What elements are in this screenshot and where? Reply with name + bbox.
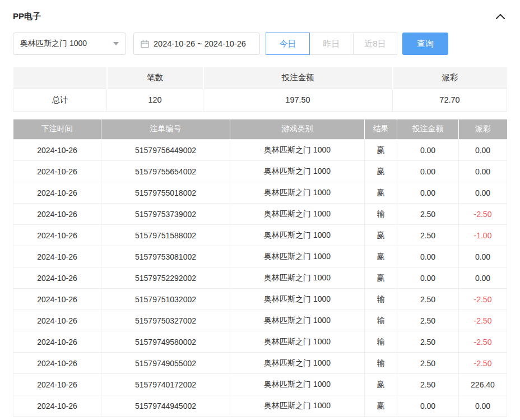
bet-time-cell: 2024-10-26 [13,353,101,374]
game-select[interactable]: 奥林匹斯之门 1000 [13,33,126,55]
table-row: 2024-10-2651579753739002奥林匹斯之门 1000输2.50… [13,204,507,225]
order-id-cell: 51579751588002 [101,225,230,246]
summary-header-row: 笔数 投注金额 派彩 [13,67,507,89]
order-id-cell: 51579744945002 [101,395,230,417]
result-cell: 赢 [365,182,397,204]
bet-amount-cell: 2.50 [397,331,459,353]
table-row: 2024-10-2651579752292002奥林匹斯之门 1000赢0.00… [13,267,507,289]
summary-header-empty [13,67,107,89]
filter-bar: 奥林匹斯之门 1000 2024-10-26 ~ 2024-10-26 今日 昨… [13,33,507,55]
column-header-bet-time: 下注时间 [13,119,101,140]
payout-cell: 0.00 [459,267,507,289]
game-category-cell: 奥林匹斯之门 1000 [230,310,365,331]
table-row: 2024-10-2651579749580002奥林匹斯之门 1000输2.50… [13,331,507,353]
summary-header-bet-amount: 投注金额 [203,67,393,89]
game-category-cell: 奥林匹斯之门 1000 [230,353,365,374]
today-button[interactable]: 今日 [266,33,310,55]
table-row: 2024-10-2651579755018002奥林匹斯之门 1000赢0.00… [13,182,507,204]
table-row: 2024-10-2651579753081002奥林匹斯之门 1000赢0.00… [13,246,507,267]
payout-cell: 0.00 [459,246,507,267]
game-category-cell: 奥林匹斯之门 1000 [230,374,365,395]
calendar-icon [141,40,149,48]
bet-time-cell: 2024-10-26 [13,182,101,204]
bet-amount-cell: 0.00 [397,140,459,161]
order-id-cell: 51579755018002 [101,182,230,204]
payout-cell: -2.50 [459,331,507,353]
chevron-down-icon [113,42,119,45]
column-header-order-id: 注单编号 [101,119,230,140]
order-id-cell: 51579750327002 [101,310,230,331]
pp-games-panel: PP电子 奥林匹斯之门 1000 2024-10-26 ~ 2024-10-26 [0,0,520,417]
result-cell: 赢 [365,246,397,267]
bet-amount-cell: 2.50 [397,289,459,310]
date-range-value: 2024-10-26 ~ 2024-10-26 [154,39,246,48]
order-id-cell: 51579753739002 [101,204,230,225]
payout-cell: 0.00 [459,161,507,182]
bet-time-cell: 2024-10-26 [13,310,101,331]
game-category-cell: 奥林匹斯之门 1000 [230,267,365,289]
payout-cell: -2.50 [459,204,507,225]
bet-amount-cell: 0.00 [397,182,459,204]
payout-cell: -2.50 [459,289,507,310]
result-cell: 赢 [365,395,397,417]
bet-time-cell: 2024-10-26 [13,374,101,395]
bet-amount-cell: 2.50 [397,374,459,395]
order-id-cell: 51579749055002 [101,353,230,374]
payout-cell: 0.00 [459,395,507,417]
game-category-cell: 奥林匹斯之门 1000 [230,204,365,225]
bet-time-cell: 2024-10-26 [13,161,101,182]
column-header-result: 结果 [365,119,397,140]
bet-time-cell: 2024-10-26 [13,331,101,353]
game-select-value: 奥林匹斯之门 1000 [20,39,87,49]
result-cell: 输 [365,204,397,225]
bet-time-cell: 2024-10-26 [13,140,101,161]
game-category-cell: 奥林匹斯之门 1000 [230,246,365,267]
bet-amount-cell: 0.00 [397,267,459,289]
query-button[interactable]: 查询 [402,33,448,55]
bet-amount-cell: 0.00 [397,246,459,267]
summary-header-count: 笔数 [107,67,203,89]
summary-header-payout: 派彩 [393,67,507,89]
game-category-cell: 奥林匹斯之门 1000 [230,331,365,353]
result-cell: 赢 [365,225,397,246]
summary-total-payout: 72.70 [393,89,507,111]
table-row: 2024-10-2651579750327002奥林匹斯之门 1000输2.50… [13,310,507,331]
order-id-cell: 51579756449002 [101,140,230,161]
table-row: 2024-10-2651579740172002奥林匹斯之门 1000赢2.50… [13,374,507,395]
table-row: 2024-10-2651579755654002奥林匹斯之门 1000赢0.00… [13,161,507,182]
column-header-game-category: 游戏类别 [230,119,365,140]
game-category-cell: 奥林匹斯之门 1000 [230,140,365,161]
bet-time-cell: 2024-10-26 [13,225,101,246]
bet-time-cell: 2024-10-26 [13,204,101,225]
game-category-cell: 奥林匹斯之门 1000 [230,395,365,417]
records-tbody: 2024-10-2651579756449002奥林匹斯之门 1000赢0.00… [13,140,507,417]
column-header-bet-amount: 投注金额 [397,119,459,140]
payout-cell: 0.00 [459,182,507,204]
game-category-cell: 奥林匹斯之门 1000 [230,289,365,310]
result-cell: 赢 [365,161,397,182]
game-category-cell: 奥林匹斯之门 1000 [230,182,365,204]
bet-amount-cell: 2.50 [397,225,459,246]
payout-cell: -1.00 [459,225,507,246]
date-range-input[interactable]: 2024-10-26 ~ 2024-10-26 [133,33,260,55]
records-header-row: 下注时间 注单编号 游戏类别 结果 投注金额 派彩 [13,119,507,140]
result-cell: 输 [365,353,397,374]
bet-amount-cell: 2.50 [397,310,459,331]
game-category-cell: 奥林匹斯之门 1000 [230,225,365,246]
panel-header: PP电子 [13,8,507,25]
bet-amount-cell: 0.00 [397,395,459,417]
result-cell: 输 [365,289,397,310]
payout-cell: 0.00 [459,140,507,161]
result-cell: 赢 [365,267,397,289]
chevron-up-icon[interactable] [494,11,507,21]
yesterday-button[interactable]: 昨日 [309,33,354,55]
bet-time-cell: 2024-10-26 [13,246,101,267]
last-8-days-button[interactable]: 近8日 [353,33,397,55]
order-id-cell: 51579740172002 [101,374,230,395]
bet-time-cell: 2024-10-26 [13,267,101,289]
table-row: 2024-10-2651579751588002奥林匹斯之门 1000赢2.50… [13,225,507,246]
bet-amount-cell: 2.50 [397,353,459,374]
order-id-cell: 51579752292002 [101,267,230,289]
game-category-cell: 奥林匹斯之门 1000 [230,161,365,182]
bet-amount-cell: 0.00 [397,161,459,182]
